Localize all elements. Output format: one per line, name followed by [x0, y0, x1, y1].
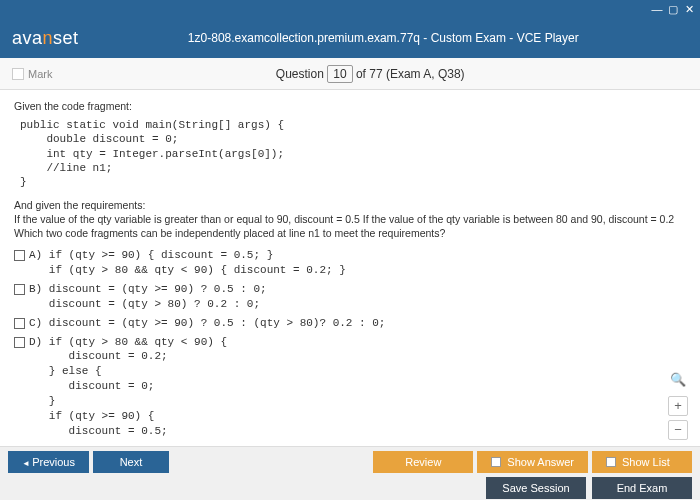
question-num-box: 10	[327, 65, 352, 83]
maximize-button[interactable]: ▢	[666, 2, 680, 16]
zoom-in-button[interactable]: +	[668, 396, 688, 416]
option-a-text: A) if (qty >= 90) { discount = 0.5; } if…	[29, 248, 346, 278]
window-title: 1z0-808.examcollection.premium.exam.77q …	[79, 31, 688, 45]
end-exam-button[interactable]: End Exam	[592, 477, 692, 499]
review-button[interactable]: Review	[373, 451, 473, 473]
save-session-button[interactable]: Save Session	[486, 477, 586, 499]
mark-checkbox[interactable]	[12, 68, 24, 80]
minimize-button[interactable]: —	[650, 2, 664, 16]
question-number: Question 10 of 77 (Exam A, Q38)	[52, 67, 688, 81]
logo: avanset	[12, 28, 79, 49]
option-b-checkbox[interactable]	[14, 284, 25, 295]
show-list-button[interactable]: Show List	[592, 451, 692, 473]
question-content[interactable]: Given the code fragment: public static v…	[0, 90, 700, 440]
show-answer-checkbox[interactable]	[491, 457, 501, 467]
close-button[interactable]: ✕	[682, 2, 696, 16]
option-b-text: B) discount = (qty >= 90) ? 0.5 : 0; dis…	[29, 282, 267, 312]
code-fragment: public static void main(String[] args) {…	[20, 118, 686, 189]
option-d-text: D) if (qty > 80 && qty < 90) { discount …	[29, 335, 227, 440]
previous-button[interactable]: Previous	[8, 451, 89, 473]
search-icon[interactable]: 🔍	[668, 372, 688, 392]
titlebar: avanset 1z0-808.examcollection.premium.e…	[0, 18, 700, 58]
zoom-out-button[interactable]: −	[668, 420, 688, 440]
next-button[interactable]: Next	[93, 451, 169, 473]
zoom-controls: 🔍 + −	[668, 372, 688, 440]
question-header: Mark Question 10 of 77 (Exam A, Q38)	[0, 58, 700, 90]
mark-label: Mark	[28, 68, 52, 80]
option-d-checkbox[interactable]	[14, 337, 25, 348]
option-c-text: C) discount = (qty >= 90) ? 0.5 : (qty >…	[29, 316, 385, 331]
requirements-label: And given the requirements:	[14, 199, 686, 213]
window-chrome: — ▢ ✕	[0, 0, 700, 18]
show-list-checkbox[interactable]	[606, 457, 616, 467]
option-a-checkbox[interactable]	[14, 250, 25, 261]
intro-text: Given the code fragment:	[14, 100, 686, 112]
requirements-text: If the value of the qty variable is grea…	[14, 213, 686, 240]
show-answer-button[interactable]: Show Answer	[477, 451, 588, 473]
option-c-checkbox[interactable]	[14, 318, 25, 329]
footer-toolbar: Previous Next Review Show Answer Show Li…	[0, 446, 700, 500]
